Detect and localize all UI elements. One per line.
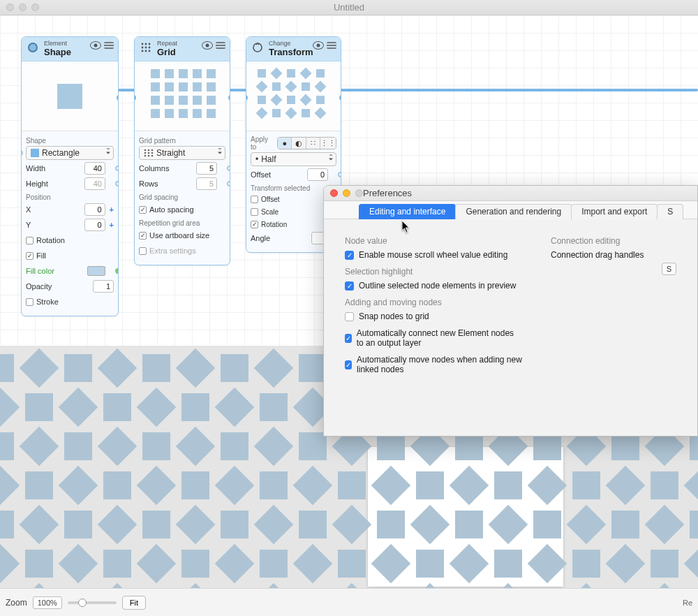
node-grid[interactable]: Repeat Grid Grid pattern Straight [134,36,230,265]
node-transform-header[interactable]: Change Transform [246,37,341,61]
traffic-min-icon[interactable] [19,3,27,11]
applyto-opt-icon[interactable]: ◐ [292,138,306,149]
applyto-select[interactable]: • Half [251,152,336,166]
svg-point-4 [145,47,147,49]
x-input[interactable] [84,203,105,216]
prefs-titlebar[interactable]: Preferences [324,186,697,201]
opacity-input[interactable] [93,280,114,293]
columns-input[interactable] [196,162,217,175]
plus-icon[interactable]: + [110,221,114,229]
input-port[interactable] [134,95,136,101]
connection-option-button[interactable]: S [662,263,676,275]
rows-input[interactable] [196,177,217,190]
rotation-checkbox[interactable] [26,237,34,244]
t-offset-checkbox[interactable] [251,196,258,203]
visibility-icon[interactable] [313,41,324,50]
scroll-checkbox[interactable] [345,251,354,260]
traffic-min-icon[interactable] [343,189,350,197]
visibility-icon[interactable] [90,41,101,50]
traffic-max-icon[interactable] [31,3,39,11]
svg-rect-15 [165,82,174,91]
artboard-label: Use artboard size [149,231,225,240]
fill-checkbox[interactable] [26,252,34,260]
pattern-select[interactable]: Straight [139,146,225,160]
visibility-icon[interactable] [202,41,213,50]
fillcolor-port[interactable] [115,268,119,274]
output-port[interactable] [339,95,341,101]
color-swatch[interactable] [87,266,105,276]
input-port[interactable] [21,150,23,156]
svg-rect-132 [606,466,646,506]
node-shape-header[interactable]: Element Shape [22,37,118,61]
automove-checkbox[interactable] [345,360,352,369]
svg-rect-157 [103,550,131,578]
autospacing-checkbox[interactable] [139,206,147,214]
height-input[interactable] [84,177,105,190]
svg-rect-151 [611,511,639,538]
svg-rect-67 [299,354,327,382]
rows-label: Rows [139,179,193,188]
svg-rect-56 [285,107,297,119]
tab-more[interactable]: S [657,204,683,219]
traffic-max-icon[interactable] [355,189,363,197]
node-menu-icon[interactable] [104,42,114,49]
height-port[interactable] [115,181,119,186]
applyto-opt-icon[interactable]: ∷ [306,138,320,149]
tab-import-export[interactable]: Import and export [571,204,658,219]
outline-checkbox[interactable] [345,281,354,291]
input-port[interactable] [246,95,248,101]
t-scale-checkbox[interactable] [251,208,258,216]
rows-port[interactable] [227,181,230,186]
applyto-segment[interactable]: ● ◐ ∷ ⋮⋮ [277,137,336,149]
node-shape[interactable]: Element Shape Shape Rectangle Width Heig… [21,36,119,316]
wire-grid-to-transform[interactable] [229,89,247,91]
columns-port[interactable] [227,166,230,171]
svg-rect-171 [651,550,678,578]
svg-rect-119 [103,471,131,499]
wire-shape-to-grid[interactable] [117,89,135,91]
traffic-close-icon[interactable] [330,189,338,197]
node-grid-header[interactable]: Repeat Grid [135,37,230,61]
svg-rect-124 [293,466,333,506]
applyto-opt-icon[interactable]: ⋮⋮ [320,138,336,149]
output-port[interactable] [228,95,230,101]
extra-checkbox[interactable] [139,247,147,255]
traffic-close-icon[interactable] [6,3,14,11]
wire-transform-out[interactable] [339,89,698,91]
stroke-checkbox[interactable] [26,298,34,306]
fit-button[interactable]: Fit [122,596,146,610]
y-input[interactable] [84,219,105,231]
output-port[interactable] [117,95,119,101]
artboard-checkbox[interactable] [139,232,147,240]
snap-checkbox[interactable] [345,312,354,321]
width-input[interactable] [84,162,105,175]
autoconnect-checkbox[interactable] [345,334,352,343]
tab-editing-interface[interactable]: Editing and interface [359,204,456,219]
svg-rect-159 [181,550,209,578]
svg-rect-55 [272,109,281,117]
width-port[interactable] [115,166,119,171]
svg-rect-155 [25,550,53,578]
angle-label: Angle [251,234,309,242]
node-menu-icon[interactable] [216,42,225,49]
svg-rect-136 [20,505,59,545]
svg-point-5 [149,47,151,49]
svg-rect-62 [98,349,138,388]
offset-label: Offset [251,170,304,179]
shape-select[interactable]: Rectangle [26,146,114,160]
svg-rect-16 [179,82,188,91]
svg-rect-116 [0,466,20,506]
preferences-window[interactable]: Preferences Editing and interface Genera… [323,185,698,437]
t-rotation-checkbox[interactable] [251,221,258,228]
applyto-opt-icon[interactable]: ● [278,138,292,149]
zoom-slider[interactable] [68,601,117,604]
columns-label: Columns [139,164,193,173]
svg-rect-13 [207,69,216,78]
offset-input[interactable] [307,168,328,181]
svg-rect-20 [165,96,174,105]
zoom-value[interactable]: 100% [33,596,62,609]
tab-generation-rendering[interactable]: Generation and rendering [455,204,572,219]
plus-icon[interactable]: + [110,205,114,214]
node-menu-icon[interactable] [327,42,336,49]
offset-port[interactable] [338,172,341,177]
